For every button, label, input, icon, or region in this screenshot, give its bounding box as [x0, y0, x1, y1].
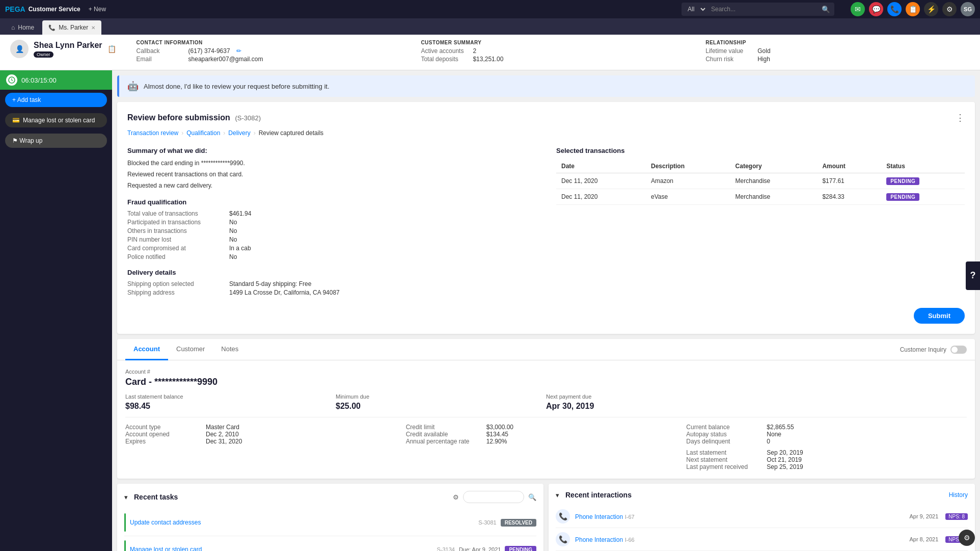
interaction-id-1: I-66 [625, 537, 635, 543]
account-header: Account # Card - ************9990 [125, 369, 967, 387]
email-row: Email sheaparker007@gmail.com [137, 56, 401, 63]
tab-notes[interactable]: Notes [213, 339, 247, 360]
field-val-credit-limit: $3,000.00 [486, 424, 513, 431]
qual-row-1: Participated in transactions No [127, 219, 536, 226]
field-apr: Annual percentage rate 12.90% [406, 438, 687, 445]
field-autopay: Autopay status None [686, 431, 967, 438]
interactions-panel-header: ▾ Recent interactions History [556, 491, 968, 499]
email-value: sheaparker007@gmail.com [188, 56, 263, 63]
col-date: Date [556, 160, 646, 173]
phone-icon[interactable]: 📞 [887, 2, 902, 16]
field-val-account-type: Master Card [206, 424, 239, 431]
tab-ms-parker-label: Ms. Parker [59, 24, 88, 31]
customer-inquiry-switch[interactable] [950, 346, 967, 354]
churn-risk-key: Churn risk [705, 56, 751, 63]
tab-ms-parker[interactable]: 📞 Ms. Parker ✕ [42, 20, 101, 35]
search-input[interactable] [707, 6, 818, 13]
breadcrumb-transaction-review[interactable]: Transaction review [127, 129, 178, 137]
timer-text: 06:03/15:00 [21, 76, 57, 84]
tx-date-0: Dec 11, 2020 [556, 173, 646, 189]
qual-row-5: Police notified No [127, 253, 536, 260]
qual-val-2: No [229, 227, 237, 234]
wrap-up-button[interactable]: ⚑ Wrap up [5, 134, 107, 148]
list-item: Manage lost or stolen card S-3134 Due: A… [124, 536, 536, 551]
manage-card-button[interactable]: 💳 Manage lost or stolen card [5, 113, 107, 127]
tab-bar: ⌂ Home 📞 Ms. Parker ✕ [0, 18, 980, 35]
task-name-0[interactable]: Update contact addresses [130, 519, 474, 526]
active-accounts-value: 2 [473, 47, 476, 55]
tab-home[interactable]: ⌂ Home [5, 20, 40, 35]
bottom-two-col: ▾ Recent tasks ⚙ 🔍 Update contact addres… [117, 484, 975, 551]
tx-cat-0: Merchandise [730, 173, 818, 189]
ai-banner: 🤖 Almost done, I'd like to review your r… [117, 75, 975, 97]
tasks-search-input[interactable] [463, 491, 524, 503]
interaction-name-0[interactable]: Phone Interaction [575, 513, 623, 520]
user-avatar[interactable]: SG [961, 2, 975, 16]
field-current-balance: Current balance $2,865.55 [686, 424, 967, 431]
search-button[interactable]: 🔍 [818, 6, 834, 13]
edit-phone-icon[interactable]: ✏ [236, 47, 241, 55]
search-scope[interactable]: All [682, 5, 707, 13]
new-button[interactable]: + New [89, 6, 106, 13]
email-icon[interactable]: ✉ [851, 2, 865, 16]
transactions-body: Dec 11, 2020 Amazon Merchandise $177.61 … [556, 173, 965, 205]
churn-risk-value: High [757, 56, 770, 63]
tab-customer[interactable]: Customer [168, 339, 213, 360]
qual-val-0: $461.94 [229, 210, 251, 217]
more-options-icon[interactable]: ⋮ [956, 112, 965, 123]
history-link[interactable]: History [949, 491, 968, 498]
filter-icon[interactable]: ⚙ [453, 493, 459, 501]
help-button[interactable]: ? [966, 261, 980, 290]
interaction-name-1[interactable]: Phone Interaction [575, 536, 623, 543]
breadcrumb-qualification[interactable]: Qualification [186, 129, 220, 137]
summary-line-3: Requested a new card delivery. [127, 181, 536, 190]
breadcrumb-delivery[interactable]: Delivery [228, 129, 250, 137]
fraud-title: Fraud qualification [127, 198, 536, 206]
tx-date-1: Dec 11, 2020 [556, 189, 646, 205]
last-statement-value: $98.45 [125, 402, 328, 411]
notification-icon[interactable]: ⚡ [924, 2, 938, 16]
task-name-1[interactable]: Manage lost or stolen card [130, 546, 432, 551]
task-badge-1: PENDING [505, 546, 536, 552]
breadcrumb-sep-1: › [181, 129, 183, 137]
field-key-last-payment: Last payment received [686, 463, 763, 470]
tab-close-icon[interactable]: ✕ [91, 25, 95, 31]
tab-account[interactable]: Account [125, 339, 168, 360]
field-credit-limit: Credit limit $3,000.00 [406, 424, 687, 431]
top-nav-icons: ✉ 💬 📞 📋 ⚡ ⚙ SG [851, 2, 975, 16]
last-statement-label: Last statement balance [125, 393, 328, 400]
settings-fab[interactable]: ⚙ [959, 530, 975, 546]
field-val-expires: Dec 31, 2020 [206, 438, 242, 445]
calendar-icon[interactable]: 📋 [906, 2, 920, 16]
field-key-next-statement: Next statement [686, 456, 763, 463]
field-last-statement: Last statement Sep 20, 2019 [686, 449, 967, 456]
qual-val-3: No [229, 236, 237, 243]
col-status: Status [881, 160, 965, 173]
tasks-chevron[interactable]: ▾ [124, 493, 128, 501]
field-key-credit-limit: Credit limit [406, 424, 482, 431]
app-name: Customer Service [29, 6, 80, 13]
settings-icon[interactable]: ⚙ [942, 2, 957, 16]
card-icon: 💳 [12, 117, 20, 124]
interactions-chevron[interactable]: ▾ [556, 491, 559, 499]
review-body: Summary of what we did: Blocked the card… [127, 147, 965, 298]
add-task-button[interactable]: + Add task [5, 93, 107, 107]
tasks-panel-header: ▾ Recent tasks ⚙ 🔍 [124, 491, 536, 503]
last-statement-block: Last statement balance $98.45 [125, 393, 336, 411]
list-item: 📞 Phone Interaction I-67 Apr 9, 2021 NPS… [556, 505, 968, 528]
chat-icon[interactable]: 💬 [869, 2, 883, 16]
task-due-1: Due: Apr 9, 2021 [459, 546, 501, 551]
callback-value: (617) 374-9637 [188, 47, 230, 55]
tasks-search-icon[interactable]: 🔍 [528, 493, 536, 501]
customer-info-block: 👤 Shea Lynn Parker Owner 📋 [10, 40, 116, 58]
delivery-title: Delivery details [127, 269, 536, 276]
call-timer[interactable]: 06:03/15:00 [0, 70, 112, 90]
copy-icon[interactable]: 📋 [107, 45, 116, 53]
submit-button[interactable]: Submit [914, 308, 965, 324]
summary-line-1: Blocked the card ending in ************9… [127, 159, 536, 168]
interaction-date-0: Apr 9, 2021 [909, 513, 938, 519]
review-card-header: Review before submission (S-3082) ⋮ [127, 112, 965, 123]
account-meta-grid: Last statement balance $98.45 Minimum du… [125, 393, 967, 411]
col-description: Description [646, 160, 730, 173]
interaction-info-0: Phone Interaction I-67 [575, 513, 635, 520]
